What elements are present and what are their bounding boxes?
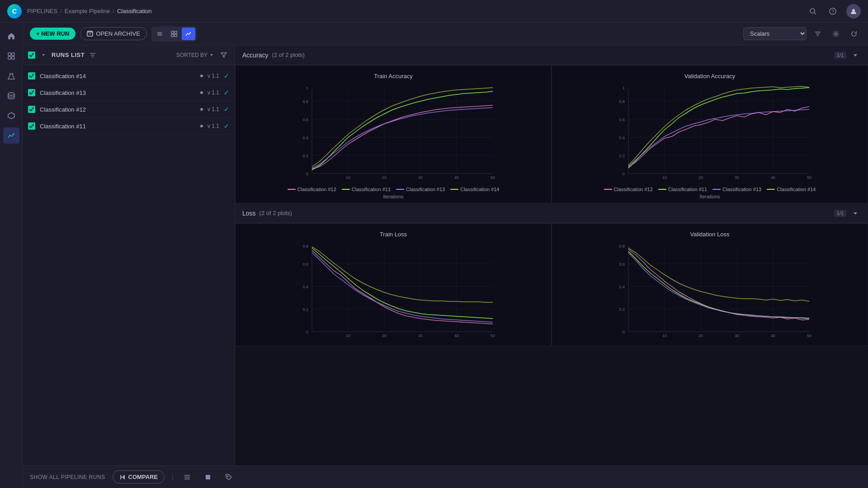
filter-settings-icon[interactable] [811,27,825,41]
compare-button[interactable]: COMPARE [113,470,165,483]
run-dot-11 [200,125,203,127]
run-checkbox-11[interactable] [28,122,35,130]
svg-marker-11 [8,113,14,119]
svg-text:10: 10 [662,175,667,180]
nav-datasets[interactable] [3,88,19,104]
view-grid-button[interactable] [167,28,181,40]
validation-accuracy-title: Validation Accuracy [563,73,857,80]
settings-icon[interactable] [829,27,843,41]
runs-panel: RUNS LIST SORTED BY [23,45,235,465]
loss-group-header: Loss (2 of 2 plots) 1/1 [235,203,868,223]
svg-text:50: 50 [491,175,495,180]
loss-charts-row: Train Loss 0 0.2 0.4 0.6 0.8 [235,223,868,346]
run-item[interactable]: Classification #14 v 1.1 ✓ [23,68,235,84]
run-check-11: ✓ [224,122,229,130]
show-all-runs-button[interactable]: SHOW ALL PIPELINE RUNS [30,474,105,480]
validation-accuracy-legend: Classification #12 Classification #11 Cl… [563,184,857,193]
nav-home[interactable] [3,28,19,44]
svg-rect-8 [12,56,14,59]
svg-text:1: 1 [623,86,625,90]
svg-text:0.4: 0.4 [619,136,625,140]
svg-text:0: 0 [306,330,308,334]
svg-text:30: 30 [418,175,423,180]
loss-chart-group: Loss (2 of 2 plots) 1/1 Train Loss [235,203,868,346]
loss-group-collapse[interactable] [850,208,861,219]
compare-icon [119,474,126,480]
svg-rect-19 [171,34,174,37]
svg-rect-5 [8,53,11,56]
nav-pipelines[interactable] [3,48,19,64]
help-icon[interactable]: ? [826,5,839,18]
user-avatar[interactable] [846,4,861,19]
validation-accuracy-svg: 0 0.2 0.4 0.6 0.8 1 10 [563,83,857,183]
main-layout: + NEW RUN OPEN ARCHIVE Scalars [0,23,868,488]
svg-text:10: 10 [346,175,350,180]
validation-accuracy-axis-label: Iterations [563,194,857,199]
run-version-14: v 1.1 [208,73,219,79]
run-checkbox-12[interactable] [28,106,35,113]
validation-loss-title: Validation Loss [563,231,857,238]
open-archive-button[interactable]: OPEN ARCHIVE [80,27,147,40]
svg-text:1: 1 [306,86,308,90]
svg-text:0.6: 0.6 [302,262,308,267]
run-item[interactable]: Classification #11 v 1.1 ✓ [23,118,235,135]
svg-text:0.8: 0.8 [302,244,308,249]
svg-text:0.8: 0.8 [619,99,625,104]
runs-settings-icon[interactable] [88,51,97,60]
train-accuracy-legend: Classification #12 Classification #11 Cl… [246,184,540,193]
svg-rect-6 [12,53,14,56]
bottom-list-icon[interactable] [180,470,194,484]
svg-text:0.2: 0.2 [619,307,625,312]
scalars-select[interactable]: Scalars Plots Debug Images [743,27,807,40]
breadcrumb-pipelines[interactable]: PIPELINES [27,8,57,14]
run-checkbox-14[interactable] [28,72,35,80]
svg-text:0: 0 [623,330,625,334]
accuracy-group-count: (2 of 2 plots) [272,52,305,58]
bottom-stop-icon[interactable] [201,470,215,484]
runs-select-all[interactable] [28,52,35,59]
svg-point-112 [227,476,228,477]
refresh-icon[interactable] [847,27,861,41]
run-item[interactable]: Classification #12 v 1.1 ✓ [23,101,235,118]
svg-rect-18 [175,31,177,33]
svg-text:50: 50 [491,333,495,338]
loss-group-title: Loss [242,210,256,217]
bottom-tag-icon[interactable] [222,470,236,484]
view-chart-button[interactable] [182,28,195,40]
runs-expand-icon[interactable] [39,51,48,60]
train-loss-chart: Train Loss 0 0.2 0.4 0.6 0.8 [235,223,552,346]
run-check-13: ✓ [224,89,229,96]
run-version-11: v 1.1 [208,123,219,129]
svg-text:50: 50 [807,175,811,180]
charts-panel: Accuracy (2 of 2 plots) 1/1 Train Accur [235,45,868,465]
run-name-13: Classification #13 [40,89,196,96]
svg-text:20: 20 [698,333,703,338]
search-icon[interactable] [807,5,819,18]
svg-text:0.6: 0.6 [619,117,625,122]
breadcrumb-pipeline[interactable]: Example Pipeline [65,8,110,14]
svg-text:40: 40 [771,333,775,338]
nav-experiments[interactable] [3,68,19,84]
run-checkbox-13[interactable] [28,89,35,96]
legend-item-13: Classification #13 [396,187,445,192]
new-run-button[interactable]: + NEW RUN [30,28,75,40]
nav-compare[interactable] [3,127,19,144]
sorted-by-button[interactable]: SORTED BY [176,52,214,58]
runs-filter-icon[interactable] [218,50,229,61]
app-logo[interactable]: C [7,4,22,19]
breadcrumb-sep2: / [113,8,114,14]
loss-group-tag: 1/1 [834,210,846,217]
nav-models[interactable] [3,108,19,124]
breadcrumb-sep1: / [60,8,62,14]
view-buttons [151,26,197,42]
run-version-12: v 1.1 [208,106,219,113]
run-name-11: Classification #11 [40,123,196,130]
body-split: RUNS LIST SORTED BY [23,45,868,465]
view-list-button[interactable] [153,28,166,40]
accuracy-group-collapse[interactable] [850,50,861,61]
legend-item-14: Classification #14 [450,187,499,192]
svg-rect-20 [175,34,177,37]
svg-line-1 [814,13,816,14]
run-item[interactable]: Classification #13 v 1.1 ✓ [23,84,235,101]
svg-text:20: 20 [382,175,387,180]
